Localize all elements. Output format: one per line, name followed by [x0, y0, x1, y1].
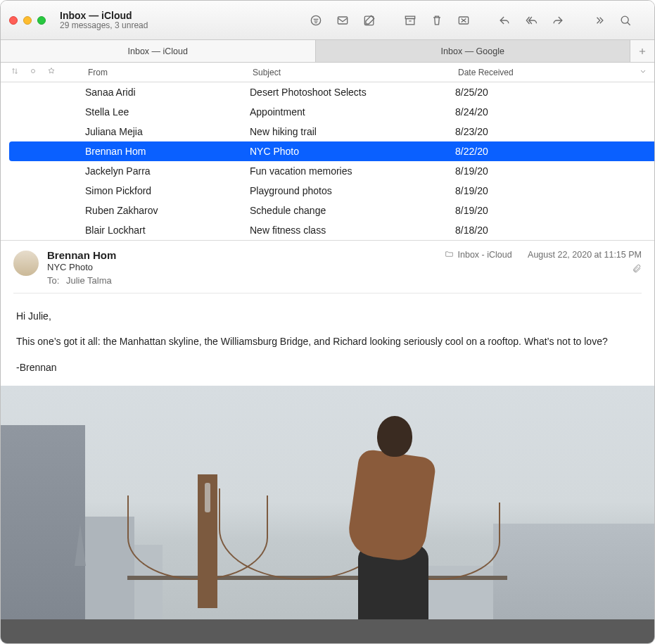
tab-label: Inbox — Google — [441, 46, 504, 56]
column-header-subject[interactable]: Subject — [250, 68, 455, 77]
flag-filter-icon[interactable] — [47, 67, 56, 77]
message-row[interactable]: Blair LockhartNew fitness class8/18/20 — [1, 220, 654, 240]
junk-button[interactable] — [450, 11, 477, 30]
message-row[interactable]: Jackelyn ParraFun vacation memories8/19/… — [1, 161, 654, 181]
chevron-down-icon — [639, 67, 647, 77]
row-from: Brennan Hom — [85, 146, 250, 157]
row-subject: New hiking trail — [250, 126, 455, 137]
to-label: To: — [47, 275, 59, 286]
message-row[interactable]: Simon PickfordPlayground photos8/19/20 — [1, 181, 654, 201]
new-tab-button[interactable] — [630, 40, 654, 62]
filter-button[interactable] — [303, 11, 329, 30]
folder-icon — [445, 249, 454, 260]
window-title-block: Inbox — iCloud 29 messages, 3 unread — [60, 10, 148, 31]
svg-point-6 — [621, 16, 628, 23]
tab-inbox-icloud[interactable]: Inbox — iCloud — [1, 40, 316, 62]
row-subject: Playground photos — [250, 185, 455, 196]
row-date: 8/23/20 — [455, 126, 654, 137]
row-from: Juliana Mejia — [85, 126, 250, 137]
message-date: August 22, 2020 at 11:15 PM — [528, 250, 642, 260]
row-from: Stella Lee — [85, 106, 250, 118]
message-subject: NYC Photo — [47, 262, 436, 272]
svg-point-0 — [311, 15, 320, 25]
row-date: 8/22/20 — [455, 146, 654, 157]
get-mail-button[interactable] — [329, 11, 356, 30]
attachment-icon — [632, 263, 642, 275]
message-from: Brennan Hom — [47, 249, 436, 261]
row-from: Blair Lockhart — [85, 225, 250, 236]
to-value: Julie Talma — [66, 275, 112, 286]
header-divider — [13, 293, 642, 293]
message-row[interactable]: Juliana MejiaNew hiking trail8/23/20 — [1, 122, 654, 141]
sort-icon[interactable] — [11, 67, 19, 77]
tab-bar: Inbox — iCloud Inbox — Google — [1, 40, 654, 63]
message-mailbox: Inbox - iCloud — [458, 250, 512, 260]
message-header: Brennan Hom NYC Photo To: Julie Talma In… — [1, 240, 654, 299]
body-paragraph: -Brennan — [16, 360, 639, 374]
row-from: Ruben Zakharov — [85, 205, 250, 216]
row-date: 8/19/20 — [455, 185, 654, 196]
row-subject: New fitness class — [250, 225, 455, 236]
svg-rect-4 — [406, 18, 414, 24]
archive-button[interactable] — [397, 11, 424, 30]
body-paragraph: This one’s got it all: the Manhattan sky… — [16, 334, 639, 348]
window-subtitle: 29 messages, 3 unread — [60, 21, 148, 31]
row-from: Jackelyn Parra — [85, 165, 250, 177]
row-date: 8/19/20 — [455, 205, 654, 216]
close-window-button[interactable] — [9, 16, 18, 25]
row-subject: Schedule change — [250, 205, 455, 216]
message-row[interactable]: Brennan HomNYC Photo8/22/20 — [9, 141, 654, 161]
titlebar: Inbox — iCloud 29 messages, 3 unread — [1, 1, 654, 40]
row-subject: NYC Photo — [250, 146, 455, 157]
forward-button[interactable] — [545, 11, 571, 30]
message-location: Inbox - iCloud August 22, 2020 at 11:15 … — [445, 249, 642, 260]
window-title: Inbox — iCloud — [60, 10, 148, 21]
toolbar — [295, 11, 646, 30]
row-date: 8/24/20 — [455, 106, 654, 118]
message-row[interactable]: Ruben ZakharovSchedule change8/19/20 — [1, 201, 654, 220]
zoom-window-button[interactable] — [37, 16, 46, 25]
message-body: Hi Julie,This one’s got it all: the Manh… — [1, 299, 654, 386]
column-header-date[interactable]: Date Received — [455, 68, 654, 77]
row-subject: Desert Photoshoot Selects — [250, 87, 455, 98]
column-gutter — [1, 67, 85, 77]
message-list: Sanaa AridiDesert Photoshoot Selects8/25… — [1, 82, 654, 240]
tab-label: Inbox — iCloud — [128, 46, 188, 56]
reply-button[interactable] — [491, 11, 518, 30]
search-button[interactable] — [612, 11, 639, 30]
message-row[interactable]: Sanaa AridiDesert Photoshoot Selects8/25… — [1, 82, 654, 102]
delete-button[interactable] — [424, 11, 450, 30]
body-paragraph: Hi Julie, — [16, 309, 639, 323]
row-subject: Fun vacation memories — [250, 165, 455, 177]
message-row[interactable]: Stella LeeAppointment8/24/20 — [1, 102, 654, 122]
column-header-from[interactable]: From — [85, 68, 250, 77]
window-controls — [9, 16, 46, 25]
row-from: Simon Pickford — [85, 185, 250, 196]
more-toolbar-button[interactable] — [585, 11, 612, 30]
message-to-line: To: Julie Talma — [47, 275, 436, 286]
row-subject: Appointment — [250, 106, 455, 118]
minimize-window-button[interactable] — [23, 16, 32, 25]
svg-point-7 — [32, 70, 35, 73]
row-date: 8/25/20 — [455, 87, 654, 98]
reply-all-button[interactable] — [518, 11, 545, 30]
row-date: 8/19/20 — [455, 165, 654, 177]
row-from: Sanaa Aridi — [85, 87, 250, 98]
avatar — [13, 251, 39, 276]
attachment-image — [1, 386, 654, 643]
row-date: 8/18/20 — [455, 225, 654, 236]
compose-button[interactable] — [356, 11, 383, 30]
column-header-row: From Subject Date Received — [1, 63, 654, 82]
unread-filter-icon[interactable] — [29, 67, 37, 77]
svg-rect-1 — [338, 17, 347, 24]
tab-inbox-google[interactable]: Inbox — Google — [316, 40, 631, 62]
